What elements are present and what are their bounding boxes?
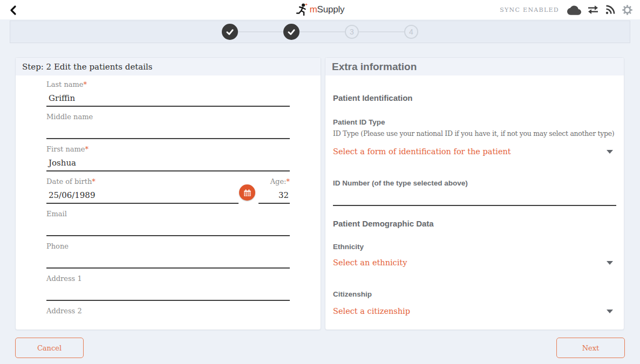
step-4-number: 4	[409, 28, 413, 36]
address2-input[interactable]	[46, 315, 290, 330]
patient-details-panel: Step: 2 Edit the patients details Last n…	[15, 57, 321, 330]
middle-name-label: Middle name	[46, 113, 93, 121]
field-middle-name: Middle name	[46, 112, 290, 139]
step-title: Step: 2 Edit the patients details	[22, 62, 153, 72]
check-icon	[226, 28, 234, 36]
field-last-name: Last name* Griffin	[46, 80, 290, 107]
field-address-2: Address 2	[46, 306, 290, 330]
middle-name-input[interactable]	[46, 121, 290, 139]
progress-stepper: 3 4	[10, 20, 630, 43]
check-icon	[287, 28, 296, 36]
extra-information-body: Patient Identification Patient ID Type I…	[325, 93, 624, 317]
sync-arrows-icon	[587, 4, 599, 15]
address1-input[interactable]	[46, 283, 290, 301]
chevron-down-icon	[607, 150, 613, 154]
patient-id-type-description: ID Type (Please use your national ID if …	[333, 128, 616, 139]
ethnicity-dropdown[interactable]: Select an ethnicity	[333, 257, 616, 268]
stepper-connector	[299, 31, 345, 32]
age-input[interactable]: 32	[258, 186, 290, 204]
back-chevron-icon	[9, 5, 17, 16]
required-asterisk: *	[84, 80, 87, 88]
svg-text:+: +	[305, 2, 308, 7]
last-name-label: Last name	[46, 80, 84, 88]
first-name-input[interactable]: Joshua	[46, 154, 290, 171]
logo-m: m	[310, 4, 317, 15]
calendar-icon	[243, 189, 251, 197]
id-number-label: ID Number (of the type selected above)	[333, 178, 616, 188]
patient-details-form: Last name* Griffin Middle name First nam…	[46, 80, 290, 330]
field-email: Email	[46, 209, 290, 236]
step-3-number: 3	[350, 28, 354, 36]
msupply-logo: + mSupply	[296, 2, 345, 17]
address2-label: Address 2	[46, 307, 82, 315]
footer-actions: Cancel Next	[15, 338, 625, 358]
patient-demographic-heading: Patient Demographic Data	[333, 218, 616, 229]
field-date-of-birth: Date of birth* 25/06/1989	[46, 177, 239, 204]
patient-details-header: Step: 2 Edit the patients details	[16, 58, 321, 75]
id-type-placeholder: Select a form of identification for the …	[333, 147, 511, 156]
email-input[interactable]	[46, 218, 290, 236]
logo-supply: Supply	[317, 4, 345, 15]
extra-information-panel: Extra information Patient Identification…	[325, 57, 624, 330]
field-address-1: Address 1	[46, 274, 290, 301]
stepper-connector	[238, 31, 283, 32]
extra-information-title: Extra information	[332, 61, 417, 73]
calendar-button[interactable]	[239, 184, 255, 201]
email-label: Email	[46, 210, 67, 218]
rss-icon	[605, 4, 616, 15]
gear-icon[interactable]	[622, 4, 633, 16]
field-first-name: First name* Joshua	[46, 145, 290, 171]
step-2-complete[interactable]	[283, 24, 299, 40]
next-button[interactable]: Next	[556, 338, 625, 358]
cancel-button[interactable]: Cancel	[15, 338, 84, 358]
dob-input[interactable]: 25/06/1989	[46, 186, 239, 204]
address1-label: Address 1	[46, 274, 82, 283]
patient-id-type-label: Patient ID Type	[333, 118, 616, 127]
runner-icon: +	[296, 2, 309, 17]
citizenship-placeholder: Select a citizenship	[333, 307, 410, 315]
dob-label: Date of birth	[46, 177, 92, 186]
last-name-input[interactable]: Griffin	[46, 89, 290, 107]
field-date-of-birth-row: Date of birth* 25/06/1989	[46, 177, 290, 204]
required-asterisk: *	[287, 177, 290, 186]
step-4[interactable]: 4	[404, 25, 418, 39]
first-name-label: First name	[46, 145, 85, 153]
citizenship-label: Citizenship	[333, 290, 616, 299]
main-content: Step: 2 Edit the patients details Last n…	[15, 57, 625, 330]
ethnicity-placeholder: Select an ethnicity	[333, 258, 407, 267]
topbar-status-icons: SYNC ENABLED	[500, 0, 633, 19]
citizenship-dropdown[interactable]: Select a citizenship	[333, 306, 616, 317]
phone-label: Phone	[46, 242, 69, 250]
field-phone: Phone	[46, 242, 290, 269]
extra-information-header: Extra information	[325, 58, 624, 75]
sync-status: SYNC ENABLED	[500, 6, 559, 13]
required-asterisk: *	[92, 177, 96, 186]
phone-input[interactable]	[46, 251, 290, 269]
cloud-icon	[567, 4, 581, 15]
id-type-dropdown[interactable]: Select a form of identification for the …	[333, 146, 616, 157]
chevron-down-icon	[607, 261, 613, 265]
back-button[interactable]	[6, 4, 19, 17]
step-3[interactable]: 3	[345, 25, 359, 39]
stepper-connector	[359, 31, 404, 32]
id-number-input[interactable]	[333, 188, 616, 206]
patient-identification-heading: Patient Identification	[333, 93, 616, 104]
age-label: Age:	[270, 177, 287, 186]
step-1-complete[interactable]	[222, 24, 238, 40]
top-bar: + mSupply SYNC ENABLED	[0, 0, 640, 19]
required-asterisk: *	[85, 145, 89, 153]
chevron-down-icon	[607, 310, 613, 313]
field-age: Age:* 32	[258, 177, 290, 204]
ethnicity-label: Ethnicity	[333, 242, 616, 252]
